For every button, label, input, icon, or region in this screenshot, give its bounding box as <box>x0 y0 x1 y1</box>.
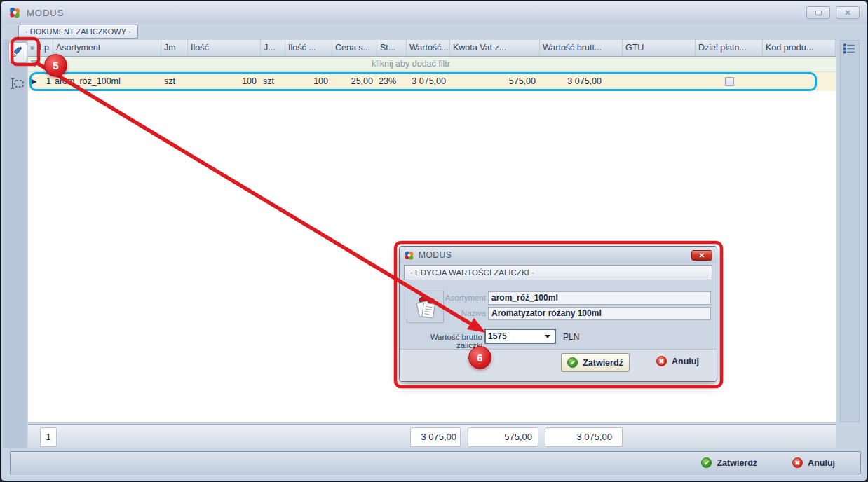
row-indicator-icon: ▶ <box>28 72 36 91</box>
column-header-lp[interactable]: Lp <box>36 40 53 56</box>
close-icon: ✕ <box>844 8 850 18</box>
text-cursor <box>508 332 508 341</box>
confirm-button[interactable]: ✔ Zatwierdź <box>701 457 757 468</box>
dialog-modus-logo-icon <box>404 250 414 261</box>
modus-logo-icon <box>8 6 21 19</box>
annotation-step-5-badge: 5 <box>44 54 67 77</box>
column-header-wartosc[interactable]: Wartość... <box>407 40 450 56</box>
cell-wartosc-brutto: 3 075,00 <box>540 72 623 91</box>
wartosc-brutto-label: Wartość brutto zaliczki <box>402 333 482 350</box>
column-header-asortyment[interactable]: Asortyment <box>53 40 161 56</box>
wartosc-brutto-value: 1575 <box>488 331 507 341</box>
summary-kwota-vat: 575,00 <box>468 427 538 447</box>
filter-hint-text: kliknij aby dodać filtr <box>28 57 794 72</box>
column-header-kod-produktu[interactable]: Kod produ... <box>763 40 836 56</box>
column-header-cena[interactable]: Cena s... <box>332 40 377 56</box>
nazwa-input[interactable]: Aromatyzator różany 100ml <box>488 307 711 320</box>
right-scroll-strip[interactable] <box>840 40 860 422</box>
asortyment-label: Asortyment <box>400 294 486 302</box>
cell-asortyment: arom_róż_100ml <box>53 72 161 91</box>
cell-jm: szt <box>161 72 188 91</box>
combo-dropdown-arrow-icon[interactable] <box>545 335 550 338</box>
cancel-button-label: Anuluj <box>808 458 835 468</box>
restore-button[interactable] <box>806 6 830 19</box>
cancel-button[interactable]: ✖ Anuluj <box>792 457 835 468</box>
nazwa-label: Nazwa <box>400 309 486 317</box>
left-toolbar <box>3 40 27 448</box>
cell-ilosc: 100 <box>188 72 261 91</box>
wartosc-brutto-combobox[interactable]: 1575 <box>484 329 556 344</box>
dialog-close-icon: ✕ <box>699 252 705 259</box>
cell-j: szt <box>261 72 285 91</box>
cell-stawka: 23% <box>377 72 407 91</box>
column-chooser-list-icon[interactable] <box>843 43 855 54</box>
column-header-dziel-platn[interactable]: Dziel płatn... <box>696 40 763 56</box>
summary-count: 1 <box>40 427 57 447</box>
confirm-button-label: Zatwierdź <box>717 458 757 468</box>
restore-icon <box>815 11 822 15</box>
table-row[interactable]: ▶ 1 arom_róż_100ml szt 100 szt 100 25,00… <box>28 72 836 91</box>
cell-cena: 25,00 <box>332 72 377 91</box>
check-icon: ✔ <box>701 457 712 468</box>
column-header-jm[interactable]: Jm <box>161 40 188 56</box>
pencil-icon <box>12 46 24 58</box>
dialog-check-icon: ✔ <box>567 357 578 368</box>
selection-mode-button[interactable] <box>8 74 27 92</box>
cell-wartosc: 3 075,00 <box>407 72 450 91</box>
dialog-cancel-x-icon: ✖ <box>656 356 667 366</box>
modus-main-window: MODUS ✕ · DOKUMENT ZALICZKOWY · ✳ Lp <box>0 0 868 482</box>
dialog-cancel-button[interactable]: ✖ Anuluj <box>656 356 699 366</box>
column-header-j[interactable]: J... <box>261 40 285 56</box>
cancel-x-icon: ✖ <box>792 457 803 468</box>
column-header-stawka[interactable]: St... <box>377 40 407 56</box>
cell-ilosc2: 100 <box>285 72 332 91</box>
column-header-wartosc-brutto[interactable]: Wartość brutt... <box>540 40 623 56</box>
selection-icon <box>10 76 25 91</box>
asortyment-input[interactable]: arom_róż_100ml <box>488 291 711 305</box>
summary-row: 1 3 075,00 575,00 3 075,00 <box>28 424 836 448</box>
dialog-title: MODUS <box>419 250 691 260</box>
annotation-step-6-badge: 6 <box>468 346 491 369</box>
column-header-kwota-vat[interactable]: Kwota Vat z... <box>450 40 540 56</box>
column-header-ilosc[interactable]: Ilość <box>188 40 261 56</box>
window-title: MODUS <box>27 8 801 18</box>
edit-pencil-button[interactable] <box>8 42 27 62</box>
table-header-row: ✳ Lp Asortyment Jm Ilość J... Ilość ... … <box>28 40 836 57</box>
cell-dziel-platn <box>696 72 763 91</box>
dialog-cancel-label: Anuluj <box>672 357 699 366</box>
dialog-confirm-label: Zatwierdź <box>583 358 623 368</box>
column-header-ilosc2[interactable]: Ilość ... <box>285 40 332 56</box>
cell-kod-produktu <box>763 72 836 91</box>
column-header-gtu[interactable]: GTU <box>623 40 696 56</box>
dialog-close-button[interactable]: ✕ <box>691 250 712 261</box>
dialog-confirm-button[interactable]: ✔ Zatwierdź <box>561 353 630 372</box>
currency-label: PLN <box>563 332 579 342</box>
asterisk-icon: ✳ <box>28 40 36 56</box>
dialog-titlebar: MODUS ✕ <box>400 247 717 263</box>
close-button[interactable]: ✕ <box>836 6 860 19</box>
cell-kwota-vat: 575,00 <box>450 72 540 91</box>
tab-dokument-zaliczkowy[interactable]: · DOKUMENT ZALICZKOWY · <box>18 25 138 39</box>
cell-gtu <box>623 72 696 91</box>
edit-zaliczka-dialog: MODUS ✕ · EDYCJA WARTOŚCI ZALICZKI · Aso… <box>399 246 717 382</box>
split-payment-checkbox[interactable] <box>725 77 734 86</box>
dialog-footer: ✔ Zatwierdź ✖ Anuluj <box>400 349 717 381</box>
summary-wartosc-brutto: 3 075,00 <box>545 427 623 447</box>
summary-wartosc: 3 075,00 <box>410 427 461 447</box>
dialog-section-header: · EDYCJA WARTOŚCI ZALICZKI · <box>404 265 712 280</box>
filter-row[interactable]: kliknij aby dodać filtr <box>28 57 836 72</box>
bottom-action-bar: ✔ Zatwierdź ✖ Anuluj <box>10 451 861 474</box>
titlebar: MODUS ✕ <box>1 1 867 24</box>
